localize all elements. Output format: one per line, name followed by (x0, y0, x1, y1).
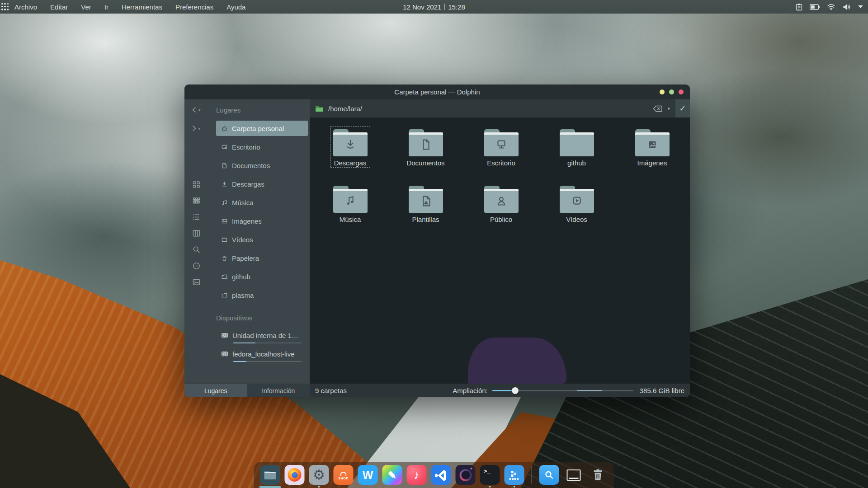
folder-icon (221, 292, 228, 299)
back-button[interactable]: ▾ (184, 102, 208, 117)
harddisk-icon (221, 351, 228, 357)
folder-github[interactable]: github (539, 127, 614, 183)
clock[interactable]: 12 Nov 2021 15:28 (403, 3, 465, 11)
folder-icon (560, 186, 594, 213)
sidebar-item-plasma[interactable]: plasma (216, 287, 308, 303)
menu-ir[interactable]: Ir (104, 3, 108, 11)
dock-app-store-icon[interactable]: SHOP (334, 465, 354, 485)
zoom-slider-handle[interactable] (512, 387, 519, 394)
sidebar-item-descargas[interactable]: Descargas (216, 176, 308, 192)
tab-lugares[interactable]: Lugares (184, 384, 247, 397)
location-dropdown-icon[interactable]: ▾ (667, 106, 670, 112)
sidebar-device-internal-drive[interactable]: Unidad interna de 1… (216, 328, 308, 343)
compact-view-icon[interactable] (192, 196, 201, 205)
image-emblem-icon (645, 137, 660, 152)
maximize-button[interactable] (669, 89, 674, 94)
device-usage-fill (233, 361, 246, 362)
clipboard-icon[interactable] (796, 3, 802, 11)
window-controls (660, 84, 684, 99)
w-glyph: W (363, 469, 373, 482)
dock-photo-lens-icon[interactable] (456, 465, 476, 485)
dock-vscode-icon[interactable] (431, 465, 451, 485)
sidebar-item-papelera[interactable]: Papelera (216, 250, 308, 266)
folder-descargas[interactable]: Descargas (312, 127, 388, 183)
dock-paint-roller-icon[interactable] (382, 465, 402, 485)
dock-display-icon[interactable] (564, 465, 584, 485)
sidebar-item-musica[interactable]: Música (216, 195, 308, 210)
menu-editar[interactable]: Editar (50, 3, 68, 11)
folder-videos[interactable]: Vídeos (539, 183, 614, 239)
sidebar-item-videos[interactable]: Vídeos (216, 232, 308, 247)
items-count: 9 carpetas (315, 387, 347, 394)
dock-search-icon[interactable] (539, 465, 559, 485)
shop-text: SHOP (339, 477, 349, 480)
menu-ver[interactable]: Ver (81, 3, 91, 11)
location-input[interactable]: /home/lara/ (328, 105, 362, 113)
search-icon[interactable] (192, 245, 201, 254)
dock-separator (532, 466, 532, 484)
dock-file-manager-icon[interactable] (260, 465, 280, 485)
folder-publico[interactable]: Público (463, 183, 539, 239)
forward-button[interactable]: ▾ (184, 121, 208, 136)
places-panel: ▾ ▾ (184, 99, 310, 397)
dock-terminal-icon[interactable]: >_ (480, 465, 500, 485)
minimize-button[interactable] (660, 89, 665, 94)
filter-icon[interactable] (192, 261, 201, 270)
places-header: Lugares (216, 102, 308, 117)
devices-header: Dispositivos (216, 310, 308, 325)
menu-herramientas[interactable]: Herramientas (122, 3, 162, 11)
split-view-icon[interactable] (192, 229, 201, 238)
sidebar-item-label: github (232, 273, 250, 281)
details-view-icon[interactable] (192, 212, 201, 221)
sidebar-item-github[interactable]: github (216, 269, 308, 284)
sidebar-item-carpeta-personal[interactable]: Carpeta personal (216, 121, 308, 136)
video-icon (221, 236, 228, 243)
wifi-icon[interactable] (827, 4, 835, 10)
tab-informacion[interactable]: Información (247, 384, 310, 397)
sidebar-device-fedora-live[interactable]: fedora_localhost-live (216, 347, 308, 362)
folder-plantillas[interactable]: Plantillas (388, 183, 463, 239)
dock-trash-icon[interactable] (588, 465, 608, 485)
dock-music-note-icon[interactable]: ♪ (407, 465, 427, 485)
sidebar-item-documentos[interactable]: Documentos (216, 158, 308, 173)
navigation-strip: ▾ ▾ (184, 99, 208, 397)
app-launcher-icon[interactable] (1, 3, 9, 11)
forward-history-icon[interactable]: ▾ (198, 126, 200, 131)
chevron-down-icon[interactable] (858, 5, 863, 9)
harddisk-icon (221, 332, 228, 338)
menu-list: Archivo Editar Ver Ir Herramientas Prefe… (14, 3, 245, 11)
desktop: Archivo Editar Ver Ir Herramientas Prefe… (0, 0, 868, 488)
folder-view[interactable]: Descargas Documentos (310, 117, 690, 384)
menu-ayuda[interactable]: Ayuda (226, 3, 245, 11)
zoom-slider[interactable] (492, 387, 633, 394)
dock-settings-gear-icon[interactable]: ⚙ (309, 465, 329, 485)
dock-fedora-media-writer-icon[interactable] (505, 465, 524, 485)
folder-escritorio[interactable]: Escritorio (463, 127, 539, 183)
preview-icon[interactable] (192, 277, 201, 286)
clear-text-icon[interactable] (653, 105, 663, 112)
terminal-prompt-glyph: >_ (484, 468, 491, 475)
icons-view-icon[interactable] (192, 180, 201, 189)
accept-location-button[interactable]: ✓ (675, 99, 690, 117)
folder-documentos[interactable]: Documentos (388, 127, 463, 183)
sidebar-item-escritorio[interactable]: Escritorio (216, 139, 308, 155)
folder-imagenes[interactable]: Imágenes (614, 127, 690, 183)
sidebar-item-imagenes[interactable]: Imágenes (216, 213, 308, 229)
dock-w-office-icon[interactable]: W (358, 465, 378, 485)
volume-icon[interactable] (843, 4, 850, 10)
menu-archivo[interactable]: Archivo (14, 3, 37, 11)
menu-preferencias[interactable]: Preferencias (175, 3, 213, 11)
battery-icon[interactable] (810, 4, 820, 10)
close-button[interactable] (679, 89, 684, 94)
panel-tabs: Lugares Información (184, 384, 310, 397)
folder-label: Vídeos (566, 216, 587, 223)
folder-musica[interactable]: Música (312, 183, 388, 239)
music-emblem-icon (343, 193, 358, 209)
window-titlebar[interactable]: Carpeta personal — Dolphin (184, 84, 690, 99)
content-column: /home/lara/ ▾ ✓ (310, 99, 690, 397)
sidebar-item-label: Música (232, 199, 254, 206)
dock-firefox-icon[interactable] (285, 465, 305, 485)
folder-icon (333, 186, 368, 213)
folder-label: Público (490, 216, 512, 223)
back-history-icon[interactable]: ▾ (198, 108, 200, 113)
